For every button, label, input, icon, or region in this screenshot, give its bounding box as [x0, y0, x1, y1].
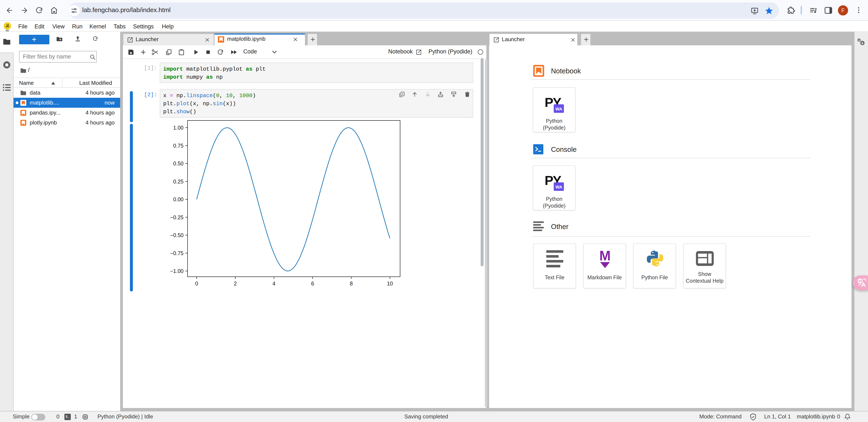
svg-text:−1.00: −1.00: [170, 268, 184, 274]
svg-text:M: M: [599, 249, 611, 263]
svg-text:−0.50: −0.50: [170, 232, 184, 238]
svg-text:0.00: 0.00: [173, 197, 184, 202]
svg-text:−0.75: −0.75: [170, 250, 184, 256]
svg-text:2: 2: [234, 280, 237, 287]
svg-text:0: 0: [195, 280, 198, 287]
svg-text:1.00: 1.00: [173, 125, 184, 131]
svg-text:0.25: 0.25: [173, 179, 184, 184]
svg-text:WA: WA: [555, 107, 562, 111]
svg-text:−0.25: −0.25: [170, 214, 184, 220]
svg-text:6: 6: [311, 280, 314, 287]
svg-text:WA: WA: [555, 185, 562, 189]
svg-text:0.75: 0.75: [173, 143, 184, 149]
svg-text:0.50: 0.50: [173, 160, 184, 167]
svg-text:10: 10: [387, 280, 393, 287]
svg-text:4: 4: [273, 280, 276, 287]
svg-text:8: 8: [350, 280, 353, 287]
